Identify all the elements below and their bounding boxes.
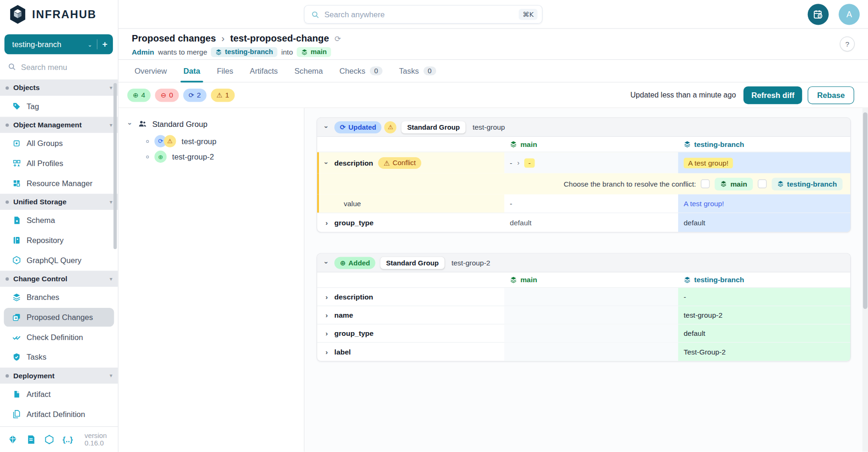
diff-row-value: value - A test group!	[317, 195, 850, 213]
nav-section-unified-storage[interactable]: Unified Storage ▾	[0, 194, 118, 209]
tree-node-test-group-2[interactable]: ⊕ test-group-2	[146, 149, 295, 164]
tab-schema[interactable]: Schema	[286, 60, 331, 82]
card-header[interactable]: › ⟳Updated ⚠ Standard Group test-group	[317, 118, 850, 137]
add-branch-button[interactable]: +	[102, 39, 107, 49]
page-scrollbar-thumb[interactable]	[863, 112, 867, 309]
diff-row-description[interactable]: › description ⚠Conflict - › - A test gro…	[317, 152, 850, 173]
sidebar-item-branches[interactable]: Branches	[0, 288, 118, 306]
sidebar-item-tasks[interactable]: Tasks	[0, 348, 118, 366]
breadcrumb-parent[interactable]: Proposed changes	[132, 33, 216, 44]
chevron-right-icon[interactable]: ›	[324, 329, 329, 338]
nav-section-objects[interactable]: Objects ▾	[0, 80, 118, 96]
main-area: Search anywhere ⌘K A Proposed changes › …	[118, 0, 868, 452]
nav-section-deployment[interactable]: Deployment ▾	[0, 368, 118, 383]
time-travel-button[interactable]	[808, 4, 829, 25]
sidebar-scrollbar-thumb[interactable]	[113, 83, 117, 249]
last-updated-text: Updated less than a minute ago	[631, 91, 736, 99]
menu-search-input[interactable]: Search menu	[0, 54, 118, 80]
sidebar-item-graphql-query[interactable]: GraphQL Query	[0, 251, 118, 270]
chevron-down-icon[interactable]: ›	[126, 121, 134, 126]
card-header[interactable]: › ⊕Added Standard Group test-group-2	[317, 254, 850, 272]
tree-node-standard-group[interactable]: › Standard Group	[127, 119, 295, 128]
sidebar-item-artifact-definition[interactable]: Artifact Definition	[0, 405, 118, 424]
sidebar-item-repository[interactable]: Repository	[0, 231, 118, 250]
refresh-icon[interactable]: ⟳	[334, 35, 341, 43]
docs-icon[interactable]	[26, 434, 36, 444]
search-icon	[311, 10, 319, 19]
avatar[interactable]: A	[839, 4, 860, 25]
group-people-icon	[138, 119, 147, 128]
sidebar-nav: Objects ▾ Tag Object Management ▾ All Gr…	[0, 80, 118, 426]
chevron-right-icon[interactable]: ›	[324, 292, 329, 301]
updated-count-badge: ⟳2	[183, 88, 206, 101]
tab-artifacts[interactable]: Artifacts	[242, 60, 286, 82]
minus-circle-icon: ⊖	[161, 91, 167, 99]
nav-section-label: Object Management	[13, 121, 82, 129]
chevron-down-icon[interactable]: ›	[322, 124, 331, 130]
branch-selector-value: testing-branch	[12, 40, 88, 49]
branch-selector[interactable]: testing-branch ⌄ +	[4, 35, 113, 55]
logo[interactable]: INFRAHUB	[0, 0, 118, 29]
target-branch-badge[interactable]: main	[297, 47, 331, 57]
chevron-right-icon[interactable]: ›	[324, 311, 329, 319]
graphql-sandbox-icon[interactable]	[44, 434, 54, 444]
branches-icon	[12, 293, 21, 302]
sidebar-item-all-groups[interactable]: All Groups	[0, 134, 118, 153]
tab-data[interactable]: Data	[175, 60, 208, 82]
sidebar-item-proposed-changes[interactable]: Proposed Changes	[4, 308, 114, 327]
tab-overview[interactable]: Overview	[126, 60, 175, 82]
nav-section-object-management[interactable]: Object Management ▾	[0, 117, 118, 132]
target-branch-name: main	[311, 48, 327, 56]
sidebar-item-tag[interactable]: Tag	[0, 97, 118, 116]
diff-row-label[interactable]: ›label Test-Group-2	[317, 343, 850, 361]
removed-count-badge: ⊖0	[155, 88, 179, 101]
help-button[interactable]: ?	[840, 36, 854, 51]
sidebar-item-schema[interactable]: Schema	[0, 211, 118, 229]
sidebar-footer: {..} version 0.16.0	[0, 426, 118, 452]
merge-summary: Admin wants to merge testing-branch into…	[132, 47, 854, 57]
resolve-option-testing-branch[interactable]: testing-branch	[771, 177, 842, 190]
sidebar-item-artifact[interactable]: Artifact	[0, 385, 118, 403]
resolve-main-checkbox[interactable]	[701, 180, 710, 188]
sidebar-item-check-definition[interactable]: Check Definition	[0, 328, 118, 347]
chevron-down-icon[interactable]: ›	[322, 260, 331, 265]
main-value-cell: default	[504, 213, 678, 232]
chevron-right-icon[interactable]: ›	[324, 218, 329, 227]
property-cell: ›name	[317, 306, 504, 324]
diff-row-group-type[interactable]: ›group_type default	[317, 325, 850, 343]
toolbar-actions: Updated less than a minute ago Refresh d…	[631, 86, 854, 104]
diff-row-group-type[interactable]: › group_type default default	[317, 213, 850, 232]
tab-files[interactable]: Files	[208, 60, 242, 82]
nav-section-change-control[interactable]: Change Control ▾	[0, 271, 118, 286]
sidebar-item-label: Resource Manager	[27, 179, 92, 188]
chevron-down-icon[interactable]: ›	[322, 160, 331, 166]
conflict-warning-icon: ⚠	[384, 121, 396, 133]
rebase-button[interactable]: Rebase	[808, 86, 854, 104]
resolve-branch-checkbox[interactable]	[757, 180, 766, 188]
global-search-input[interactable]: Search anywhere ⌘K	[304, 5, 543, 24]
diff-row-description[interactable]: ›description -	[317, 288, 850, 306]
tab-checks[interactable]: Checks0	[331, 60, 391, 82]
kite-icon[interactable]	[8, 434, 18, 444]
main-value-cell: - › -	[504, 152, 678, 173]
source-branch-badge[interactable]: testing-branch	[211, 47, 278, 57]
refresh-diff-button[interactable]: Refresh diff	[743, 86, 802, 104]
tree-root-label: Standard Group	[152, 119, 207, 128]
property-cell: ›description	[317, 288, 504, 306]
diff-row-name[interactable]: ›name test-group-2	[317, 306, 850, 324]
chevron-right-icon[interactable]: ›	[324, 348, 329, 356]
kind-chip: Standard Group	[402, 121, 465, 133]
conflict-count-badge: ⚠1	[211, 88, 235, 101]
sidebar-item-all-profiles[interactable]: All Profiles	[0, 154, 118, 173]
profiles-icon	[12, 159, 21, 168]
menu-search-placeholder: Search menu	[21, 63, 67, 71]
braces-api-icon[interactable]: {..}	[62, 435, 73, 444]
tree-node-test-group[interactable]: ⟳ ⚠ test-group	[146, 133, 295, 149]
caret-down-icon: ▾	[110, 122, 112, 128]
tab-tasks[interactable]: Tasks0	[391, 60, 444, 82]
sidebar-item-resource-manager[interactable]: Resource Manager	[0, 174, 118, 193]
tasks-icon	[12, 353, 21, 362]
tab-label: Tasks	[399, 66, 419, 75]
resolve-option-main[interactable]: main	[715, 177, 753, 190]
page-scrollbar[interactable]	[862, 108, 868, 452]
